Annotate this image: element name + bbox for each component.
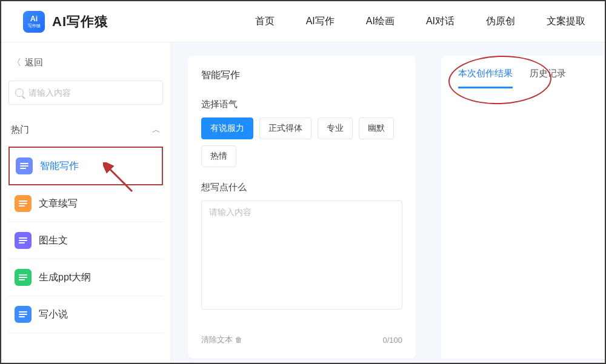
section-header[interactable]: 热门 ︿ [8, 122, 163, 138]
chevron-left-icon: 〈 [12, 57, 21, 68]
nav-ai-painting[interactable]: AI绘画 [366, 15, 395, 28]
form-card: 智能写作 选择语气 有说服力 正式得体 专业 幽默 热情 想写点什么 清除文本 [188, 56, 416, 359]
trash-icon: 🗑 [235, 336, 242, 344]
tab-current-result[interactable]: 本次创作结果 [458, 68, 513, 88]
logo[interactable]: Ai 写作猿 AI写作猿 [23, 11, 108, 33]
doc-icon [15, 306, 32, 323]
back-button[interactable]: 〈 返回 [8, 55, 163, 71]
sidebar-item-image-to-text[interactable]: 图生文 [8, 222, 163, 259]
section-title: 热门 [11, 124, 29, 136]
tone-professional[interactable]: 专业 [318, 117, 353, 139]
search-icon [15, 88, 24, 97]
doc-icon [15, 195, 32, 212]
tone-label: 选择语气 [201, 99, 402, 110]
clear-label: 清除文本 [201, 334, 233, 345]
sidebar-item-smart-writing[interactable]: 智能写作 [8, 147, 163, 185]
chevron-up-icon: ︿ [152, 125, 161, 136]
tone-humorous[interactable]: 幽默 [359, 117, 394, 139]
brand-name: AI写作猿 [52, 13, 108, 31]
sidebar: 〈 返回 热门 ︿ 智能写作 文章续写 图生文 [1, 42, 171, 363]
tone-enthusiastic[interactable]: 热情 [201, 145, 236, 167]
doc-icon [15, 269, 32, 286]
content-area: 智能写作 选择语气 有说服力 正式得体 专业 幽默 热情 想写点什么 清除文本 [171, 42, 605, 363]
sidebar-item-label: 写小说 [39, 308, 68, 321]
top-nav: 首页 AI写作 AI绘画 AI对话 伪原创 文案提取 [255, 15, 585, 28]
sidebar-item-label: 智能写作 [40, 160, 79, 173]
tone-options: 有说服力 正式得体 专业 幽默 [201, 117, 402, 139]
sidebar-list: 智能写作 文章续写 图生文 生成ppt大纲 写小说 [8, 147, 163, 333]
sidebar-item-ppt-outline[interactable]: 生成ppt大纲 [8, 259, 163, 296]
result-tabs: 本次创作结果 历史记录 [441, 56, 605, 88]
image-icon [15, 232, 32, 249]
sidebar-item-continue[interactable]: 文章续写 [8, 185, 163, 222]
result-panel: 本次创作结果 历史记录 [441, 56, 605, 359]
nav-ai-chat[interactable]: AI对话 [426, 15, 454, 28]
logo-sub-text: 写作猿 [28, 24, 41, 28]
search-input[interactable] [28, 88, 156, 98]
sidebar-item-label: 文章续写 [39, 197, 78, 210]
sidebar-item-label: 生成ppt大纲 [39, 271, 91, 284]
nav-home[interactable]: 首页 [255, 15, 275, 28]
tab-history[interactable]: 历史记录 [530, 68, 566, 88]
form-title: 智能写作 [201, 69, 402, 82]
back-label: 返回 [25, 57, 43, 68]
logo-ai-text: Ai [30, 15, 38, 22]
nav-pseudo[interactable]: 伪原创 [486, 15, 515, 28]
app-header: Ai 写作猿 AI写作猿 首页 AI写作 AI绘画 AI对话 伪原创 文案提取 [1, 1, 605, 42]
doc-icon [16, 157, 33, 174]
tone-persuasive[interactable]: 有说服力 [201, 117, 253, 139]
search-box[interactable] [8, 81, 163, 105]
tone-formal[interactable]: 正式得体 [259, 117, 311, 139]
content-input[interactable] [201, 200, 402, 309]
logo-icon: Ai 写作猿 [23, 11, 45, 33]
content-label: 想写点什么 [201, 182, 402, 193]
char-counter: 0/100 [382, 336, 402, 345]
nav-extract[interactable]: 文案提取 [547, 15, 585, 28]
sidebar-item-novel[interactable]: 写小说 [8, 296, 163, 333]
nav-ai-writing[interactable]: AI写作 [306, 15, 335, 28]
clear-text-button[interactable]: 清除文本 🗑 [201, 334, 242, 345]
sidebar-item-label: 图生文 [39, 234, 68, 247]
